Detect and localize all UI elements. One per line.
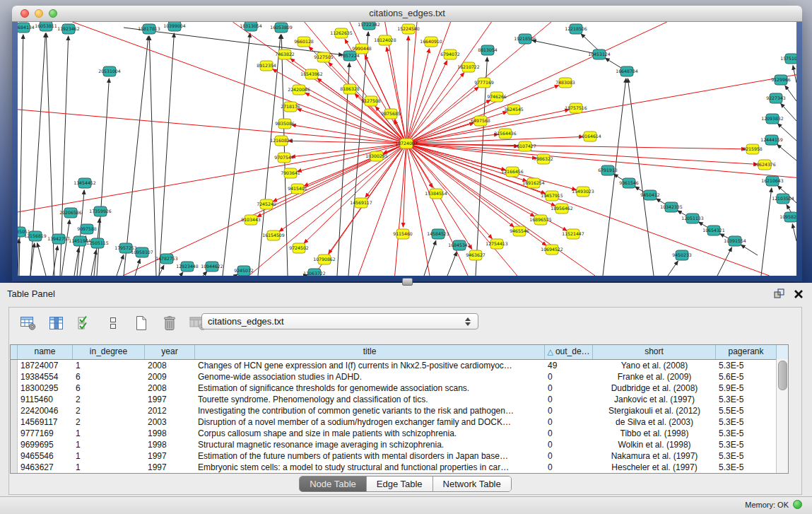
graph-node-label: 22420046 bbox=[288, 87, 310, 92]
column-header-short[interactable]: short bbox=[593, 345, 716, 359]
graph-node-label: 21564436 bbox=[494, 131, 517, 136]
table-cell: 9463627 bbox=[18, 462, 73, 473]
tab-node-table[interactable]: Node Table bbox=[300, 477, 367, 491]
graph-node-label: 8912354 bbox=[257, 63, 276, 68]
citation-network-graph[interactable]: 2068413416053811119234621581781310399004… bbox=[18, 22, 796, 276]
graph-node-label: 9097588 bbox=[77, 226, 97, 231]
table-cell: 9465546 bbox=[18, 450, 73, 462]
graph-node-label: 18757516 bbox=[565, 105, 587, 110]
table-row[interactable]: 1872400712008Changes of HCN gene express… bbox=[11, 360, 788, 371]
column-visibility-icon bbox=[48, 315, 65, 331]
select-stepper-icon bbox=[464, 317, 472, 326]
table-row[interactable]: 977716911998Corpus callosum shape and si… bbox=[11, 428, 788, 439]
row-gutter bbox=[11, 382, 18, 394]
row-gutter bbox=[11, 439, 18, 450]
graph-edge bbox=[406, 144, 514, 227]
table-row[interactable]: 1938455462009Genome-wide association stu… bbox=[11, 371, 788, 382]
table-cell: 5.3E-5 bbox=[716, 394, 777, 405]
table-row[interactable]: 1830029562008Estimation of significance … bbox=[11, 382, 788, 394]
sort-ascending-icon: △ bbox=[547, 347, 553, 356]
graph-edge bbox=[304, 144, 406, 243]
graph-node-label: 11262635 bbox=[330, 30, 353, 35]
table-options-button[interactable] bbox=[19, 314, 37, 332]
graph-node-label: 13454452 bbox=[73, 180, 96, 185]
table-panel: Table Panel bbox=[0, 283, 812, 496]
table-cell: 1997 bbox=[145, 450, 195, 462]
graph-node-label: 9115460 bbox=[393, 231, 413, 236]
table-row[interactable]: 946554611997Estimation of the future num… bbox=[11, 450, 788, 462]
table-cell: 19384554 bbox=[18, 371, 73, 382]
graph-node-label: 13942757 bbox=[47, 236, 70, 241]
table-cell: 1997 bbox=[145, 394, 195, 405]
table-row[interactable]: 946362711997Embryonic stem cells: a mode… bbox=[11, 462, 788, 473]
graph-edge bbox=[741, 245, 758, 255]
table-scrollbar[interactable] bbox=[776, 359, 788, 473]
graph-node-label: 10399004 bbox=[163, 23, 186, 28]
table-cell: 5.3E-5 bbox=[716, 450, 777, 462]
graph-node-label: 16648784 bbox=[616, 69, 638, 74]
network-window-titlebar[interactable]: citations_edges.txt bbox=[12, 6, 802, 22]
column-header-out_de[interactable]: △out_de… bbox=[545, 345, 593, 359]
table-cell: Corpus callosum shape and size in male p… bbox=[195, 428, 545, 439]
table-cell: Dudbridge et al. (2008) bbox=[593, 382, 716, 394]
splitter-handle[interactable] bbox=[402, 278, 413, 286]
column-header-title[interactable]: title bbox=[195, 345, 545, 359]
graph-edge bbox=[37, 243, 46, 276]
table-row[interactable]: 1456911722003Disruption of a novel membe… bbox=[11, 416, 788, 428]
table-row[interactable]: 911546021997Tourette syndrome. Phenomeno… bbox=[11, 394, 788, 405]
graph-node-label: 9777169 bbox=[474, 80, 494, 85]
graph-edge bbox=[424, 240, 436, 276]
float-panel-icon[interactable] bbox=[773, 288, 785, 300]
table-cell: 2008 bbox=[145, 360, 195, 371]
create-column-button[interactable] bbox=[132, 314, 151, 332]
graph-node-label: 15224540 bbox=[397, 26, 420, 31]
tab-edge-table[interactable]: Edge Table bbox=[367, 477, 433, 491]
graph-edge bbox=[406, 144, 492, 239]
graph-edge bbox=[61, 220, 70, 276]
memory-indicator[interactable]: Memory: OK bbox=[745, 500, 802, 509]
graph-node-label: 12754413 bbox=[486, 241, 508, 246]
table-cell: 2009 bbox=[145, 371, 195, 382]
close-panel-icon[interactable] bbox=[794, 289, 804, 299]
table-cell: Hescheler et al. (1997) bbox=[593, 462, 716, 473]
select-columns-button[interactable] bbox=[76, 314, 94, 332]
table-row[interactable]: 2242004622012Investigating the contribut… bbox=[11, 405, 788, 416]
graph-edge bbox=[793, 66, 796, 83]
table-row[interactable]: 969969511998Structural magnetic resonanc… bbox=[11, 439, 788, 450]
tab-network-table[interactable]: Network Table bbox=[433, 477, 511, 491]
graph-node-label: 7245240 bbox=[257, 201, 276, 206]
graph-edge bbox=[203, 271, 207, 276]
table-cell: 0 bbox=[545, 439, 593, 450]
column-header-name[interactable]: name bbox=[18, 345, 73, 359]
graph-node-label: 12160826 bbox=[270, 138, 293, 143]
graph-node-label: 9465546 bbox=[510, 228, 529, 233]
graph-node-label: 9127505 bbox=[314, 54, 334, 59]
table-tab-bar: Node Table Edge Table Network Table bbox=[9, 476, 801, 492]
column-header-pagerank[interactable]: pagerank bbox=[716, 345, 777, 359]
show-columns-button[interactable] bbox=[47, 314, 66, 332]
graph-node-label: 6794072 bbox=[440, 52, 460, 57]
graph-edge bbox=[387, 47, 406, 144]
graph-node-label: 16053811 bbox=[35, 23, 57, 28]
table-cell: 0 bbox=[545, 428, 593, 439]
scrollbar-thumb[interactable] bbox=[778, 361, 787, 390]
graph-node-label: 15384554 bbox=[425, 191, 447, 196]
network-canvas[interactable]: 2068413416053811119234621581781310399004… bbox=[18, 22, 796, 276]
graph-node-label: 19457915 bbox=[541, 193, 563, 198]
column-header-in_degree[interactable]: in_degree bbox=[73, 345, 145, 359]
stacked-rows-icon bbox=[108, 315, 118, 331]
delete-column-button[interactable] bbox=[160, 314, 179, 332]
application-root: citations_edges.txt 20684134160538111192… bbox=[0, 0, 812, 514]
table-cell: 0 bbox=[545, 394, 593, 405]
table-cell: 5.3E-5 bbox=[716, 428, 777, 439]
graph-node-label: 12166456 bbox=[501, 169, 524, 174]
table-cell: 18300295 bbox=[18, 382, 73, 394]
graph-node-label: 9990448 bbox=[352, 46, 372, 51]
graph-node-label: 16053809 bbox=[270, 25, 293, 30]
graph-edge bbox=[18, 239, 19, 276]
graph-edge bbox=[777, 144, 796, 160]
column-header-gutter[interactable] bbox=[11, 345, 18, 359]
network-table-select[interactable]: citations_edges.txt bbox=[201, 313, 478, 329]
column-header-year[interactable]: year bbox=[145, 345, 195, 359]
row-height-button[interactable] bbox=[104, 314, 122, 332]
